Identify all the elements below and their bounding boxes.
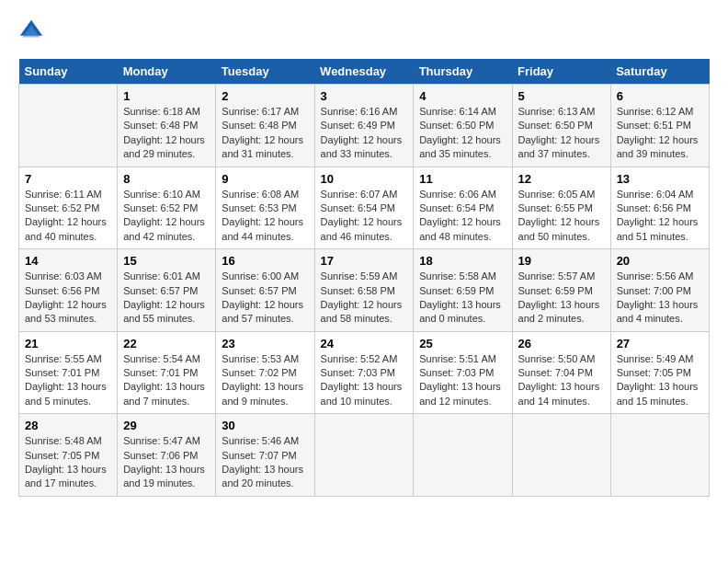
calendar-cell: 19Sunrise: 5:57 AM Sunset: 6:59 PM Dayli… — [512, 249, 610, 332]
day-number: 21 — [25, 337, 111, 350]
calendar-week-3: 14Sunrise: 6:03 AM Sunset: 6:56 PM Dayli… — [19, 249, 710, 332]
day-number: 15 — [123, 254, 210, 268]
calendar-cell: 2Sunrise: 6:17 AM Sunset: 6:48 PM Daylig… — [216, 85, 314, 167]
header-monday: Monday — [118, 59, 216, 85]
day-info: Sunrise: 5:47 AM Sunset: 7:06 PM Dayligh… — [123, 434, 210, 491]
day-number: 2 — [222, 89, 308, 103]
day-info: Sunrise: 5:49 AM Sunset: 7:05 PM Dayligh… — [617, 352, 703, 409]
header-sunday: Sunday — [19, 59, 118, 85]
calendar-week-1: 1Sunrise: 6:18 AM Sunset: 6:48 PM Daylig… — [19, 85, 710, 167]
day-info: Sunrise: 6:06 AM Sunset: 6:54 PM Dayligh… — [419, 188, 506, 245]
logo — [18, 18, 48, 44]
day-info: Sunrise: 5:53 AM Sunset: 7:02 PM Dayligh… — [222, 352, 308, 409]
calendar-cell: 12Sunrise: 6:05 AM Sunset: 6:55 PM Dayli… — [512, 167, 610, 249]
calendar-cell: 17Sunrise: 5:59 AM Sunset: 6:58 PM Dayli… — [314, 249, 414, 332]
calendar-cell: 21Sunrise: 5:55 AM Sunset: 7:01 PM Dayli… — [19, 331, 118, 414]
calendar-cell: 20Sunrise: 5:56 AM Sunset: 7:00 PM Dayli… — [610, 249, 709, 332]
day-number: 9 — [222, 172, 308, 186]
calendar-table: SundayMondayTuesdayWednesdayThursdayFrid… — [18, 59, 710, 497]
header-friday: Friday — [512, 59, 610, 85]
logo-icon — [18, 18, 44, 44]
calendar-cell: 16Sunrise: 6:00 AM Sunset: 6:57 PM Dayli… — [216, 249, 314, 332]
day-number: 1 — [123, 89, 210, 103]
day-info: Sunrise: 6:01 AM Sunset: 6:57 PM Dayligh… — [123, 270, 210, 327]
calendar-cell: 4Sunrise: 6:14 AM Sunset: 6:50 PM Daylig… — [414, 85, 512, 167]
day-number: 12 — [518, 172, 605, 186]
day-info: Sunrise: 5:56 AM Sunset: 7:00 PM Dayligh… — [617, 270, 703, 327]
day-info: Sunrise: 6:07 AM Sunset: 6:54 PM Dayligh… — [321, 188, 408, 245]
calendar-week-4: 21Sunrise: 5:55 AM Sunset: 7:01 PM Dayli… — [19, 331, 710, 414]
day-number: 3 — [321, 89, 408, 103]
day-number: 25 — [419, 337, 506, 350]
day-number: 6 — [617, 89, 703, 103]
day-info: Sunrise: 6:13 AM Sunset: 6:50 PM Dayligh… — [518, 105, 605, 162]
day-number: 30 — [222, 419, 308, 432]
day-number: 29 — [123, 419, 210, 432]
calendar-cell — [314, 414, 414, 497]
calendar-cell: 22Sunrise: 5:54 AM Sunset: 7:01 PM Dayli… — [118, 331, 216, 414]
day-number: 5 — [518, 89, 605, 103]
day-number: 19 — [518, 254, 605, 268]
calendar-cell — [19, 85, 118, 167]
day-info: Sunrise: 5:55 AM Sunset: 7:01 PM Dayligh… — [25, 352, 111, 409]
calendar-cell: 14Sunrise: 6:03 AM Sunset: 6:56 PM Dayli… — [19, 249, 118, 332]
calendar-cell: 18Sunrise: 5:58 AM Sunset: 6:59 PM Dayli… — [414, 249, 512, 332]
calendar-week-2: 7Sunrise: 6:11 AM Sunset: 6:52 PM Daylig… — [19, 167, 710, 249]
day-info: Sunrise: 6:14 AM Sunset: 6:50 PM Dayligh… — [419, 105, 506, 162]
day-number: 27 — [617, 337, 703, 350]
day-info: Sunrise: 6:12 AM Sunset: 6:51 PM Dayligh… — [617, 105, 703, 162]
day-number: 7 — [25, 172, 111, 186]
calendar-cell: 8Sunrise: 6:10 AM Sunset: 6:52 PM Daylig… — [118, 167, 216, 249]
day-info: Sunrise: 5:58 AM Sunset: 6:59 PM Dayligh… — [419, 270, 506, 327]
calendar-cell: 1Sunrise: 6:18 AM Sunset: 6:48 PM Daylig… — [118, 85, 216, 167]
day-info: Sunrise: 5:48 AM Sunset: 7:05 PM Dayligh… — [25, 434, 111, 491]
day-info: Sunrise: 6:10 AM Sunset: 6:52 PM Dayligh… — [123, 188, 210, 245]
calendar-cell: 6Sunrise: 6:12 AM Sunset: 6:51 PM Daylig… — [610, 85, 709, 167]
day-info: Sunrise: 6:11 AM Sunset: 6:52 PM Dayligh… — [25, 188, 111, 245]
calendar-cell: 27Sunrise: 5:49 AM Sunset: 7:05 PM Dayli… — [610, 331, 709, 414]
day-number: 17 — [321, 254, 408, 268]
header-wednesday: Wednesday — [314, 59, 414, 85]
calendar-cell: 3Sunrise: 6:16 AM Sunset: 6:49 PM Daylig… — [314, 85, 414, 167]
day-info: Sunrise: 6:03 AM Sunset: 6:56 PM Dayligh… — [25, 270, 111, 327]
day-info: Sunrise: 5:57 AM Sunset: 6:59 PM Dayligh… — [518, 270, 605, 327]
day-info: Sunrise: 6:18 AM Sunset: 6:48 PM Dayligh… — [123, 105, 210, 162]
calendar-cell: 26Sunrise: 5:50 AM Sunset: 7:04 PM Dayli… — [512, 331, 610, 414]
calendar-cell: 15Sunrise: 6:01 AM Sunset: 6:57 PM Dayli… — [118, 249, 216, 332]
calendar-cell: 25Sunrise: 5:51 AM Sunset: 7:03 PM Dayli… — [414, 331, 512, 414]
day-info: Sunrise: 6:16 AM Sunset: 6:49 PM Dayligh… — [321, 105, 408, 162]
calendar-cell — [414, 414, 512, 497]
calendar-cell: 30Sunrise: 5:46 AM Sunset: 7:07 PM Dayli… — [216, 414, 314, 497]
day-number: 28 — [25, 419, 111, 432]
header-tuesday: Tuesday — [216, 59, 314, 85]
day-info: Sunrise: 5:59 AM Sunset: 6:58 PM Dayligh… — [321, 270, 408, 327]
day-number: 16 — [222, 254, 308, 268]
calendar-cell: 5Sunrise: 6:13 AM Sunset: 6:50 PM Daylig… — [512, 85, 610, 167]
calendar-cell — [610, 414, 709, 497]
day-number: 4 — [419, 89, 506, 103]
day-info: Sunrise: 6:17 AM Sunset: 6:48 PM Dayligh… — [222, 105, 308, 162]
page-header — [18, 18, 710, 44]
calendar-cell: 28Sunrise: 5:48 AM Sunset: 7:05 PM Dayli… — [19, 414, 118, 497]
day-number: 24 — [321, 337, 408, 350]
calendar-cell: 11Sunrise: 6:06 AM Sunset: 6:54 PM Dayli… — [414, 167, 512, 249]
calendar-cell: 10Sunrise: 6:07 AM Sunset: 6:54 PM Dayli… — [314, 167, 414, 249]
header-saturday: Saturday — [610, 59, 709, 85]
day-number: 20 — [617, 254, 703, 268]
day-info: Sunrise: 5:54 AM Sunset: 7:01 PM Dayligh… — [123, 352, 210, 409]
calendar-header-row: SundayMondayTuesdayWednesdayThursdayFrid… — [19, 59, 710, 85]
day-info: Sunrise: 6:08 AM Sunset: 6:53 PM Dayligh… — [222, 188, 308, 245]
day-number: 18 — [419, 254, 506, 268]
day-number: 14 — [25, 254, 111, 268]
day-number: 22 — [123, 337, 210, 350]
calendar-cell: 13Sunrise: 6:04 AM Sunset: 6:56 PM Dayli… — [610, 167, 709, 249]
calendar-cell: 23Sunrise: 5:53 AM Sunset: 7:02 PM Dayli… — [216, 331, 314, 414]
day-info: Sunrise: 6:04 AM Sunset: 6:56 PM Dayligh… — [617, 188, 703, 245]
calendar-cell: 9Sunrise: 6:08 AM Sunset: 6:53 PM Daylig… — [216, 167, 314, 249]
day-number: 8 — [123, 172, 210, 186]
calendar-cell: 29Sunrise: 5:47 AM Sunset: 7:06 PM Dayli… — [118, 414, 216, 497]
day-number: 11 — [419, 172, 506, 186]
day-info: Sunrise: 5:50 AM Sunset: 7:04 PM Dayligh… — [518, 352, 605, 409]
day-info: Sunrise: 5:46 AM Sunset: 7:07 PM Dayligh… — [222, 434, 308, 491]
calendar-week-5: 28Sunrise: 5:48 AM Sunset: 7:05 PM Dayli… — [19, 414, 710, 497]
